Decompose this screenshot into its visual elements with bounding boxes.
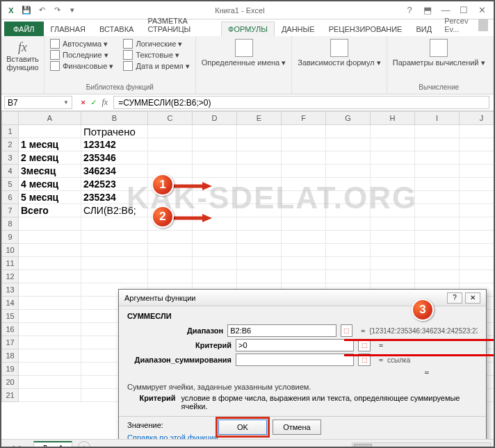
insert-function-button[interactable]: fx Вставить функцию	[1, 36, 44, 94]
cell-A19[interactable]	[19, 363, 81, 376]
cell-J1[interactable]	[460, 125, 494, 138]
cell-A1[interactable]	[19, 125, 81, 138]
cell-J10[interactable]	[460, 244, 494, 257]
qat-more-icon[interactable]: ▾	[67, 5, 78, 16]
row-header[interactable]: 12	[2, 270, 19, 283]
row-header[interactable]: 18	[2, 349, 19, 363]
row-header[interactable]: 6	[2, 191, 19, 204]
cell-E10[interactable]	[237, 244, 282, 257]
col-header[interactable]: C	[148, 112, 193, 125]
cell-F2[interactable]	[282, 138, 326, 151]
tab-insert[interactable]: ВСТАВКА	[92, 22, 140, 36]
tab-formulas[interactable]: ФОРМУЛЫ	[221, 22, 275, 36]
spreadsheet-grid[interactable]: A B C D E F G H I J 1Потрачено21 месяц12…	[1, 111, 494, 448]
cell-B9[interactable]	[81, 231, 148, 244]
cell-I9[interactable]	[415, 231, 460, 244]
cell-I5[interactable]	[415, 178, 460, 191]
row-header[interactable]: 21	[2, 389, 19, 402]
cell-C1[interactable]	[148, 125, 193, 138]
cell-H8[interactable]	[371, 217, 415, 231]
tab-nav-prev-icon[interactable]: ◄	[8, 443, 16, 449]
cell-G9[interactable]	[326, 231, 371, 244]
cell-E6[interactable]	[237, 191, 282, 204]
row-header[interactable]: 14	[2, 297, 19, 310]
cell-H7[interactable]	[371, 204, 415, 217]
cell-I4[interactable]	[415, 165, 460, 178]
col-header[interactable]: B	[81, 112, 148, 125]
cell-E2[interactable]	[237, 138, 282, 151]
cell-J3[interactable]	[460, 151, 494, 165]
col-header[interactable]: H	[371, 112, 415, 125]
cell-E7[interactable]	[237, 204, 282, 217]
autosum-button[interactable]: Автосумма ▾	[50, 39, 113, 49]
cell-D3[interactable]	[193, 151, 237, 165]
row-header[interactable]: 15	[2, 310, 19, 323]
name-box[interactable]: B7▼	[4, 96, 72, 109]
tab-file[interactable]: ФАЙЛ	[4, 22, 44, 36]
cell-A4[interactable]: 3месяц	[19, 165, 81, 178]
cell-E9[interactable]	[237, 231, 282, 244]
user-account[interactable]: Percev Ev...	[439, 14, 494, 36]
cell-A7[interactable]: Всего	[19, 204, 81, 217]
help-icon[interactable]: ?	[402, 4, 417, 17]
row-header[interactable]: 16	[2, 323, 19, 336]
redo-icon[interactable]: ↷	[51, 5, 63, 16]
cell-F8[interactable]	[282, 217, 326, 231]
cell-F6[interactable]	[282, 191, 326, 204]
tab-view[interactable]: ВИД	[409, 22, 439, 36]
cell-B12[interactable]	[81, 270, 148, 283]
cell-E3[interactable]	[237, 151, 282, 165]
cell-A17[interactable]	[19, 336, 81, 349]
formula-input[interactable]: =СУММЕСЛИ(B2:B6;>0)	[113, 96, 489, 109]
cell-F12[interactable]	[282, 270, 326, 283]
cell-A11[interactable]	[19, 257, 81, 270]
cell-J12[interactable]	[460, 270, 494, 283]
cell-A6[interactable]: 5 месяц	[19, 191, 81, 204]
row-header[interactable]: 11	[2, 257, 19, 270]
cell-G7[interactable]	[326, 204, 371, 217]
cell-E11[interactable]	[237, 257, 282, 270]
select-all-corner[interactable]	[2, 112, 19, 125]
cell-D2[interactable]	[193, 138, 237, 151]
enter-formula-icon[interactable]: ✓	[91, 97, 96, 108]
cell-B11[interactable]	[81, 257, 148, 270]
row-header[interactable]: 1	[2, 125, 19, 138]
formula-auditing-button[interactable]: Зависимости формул ▾	[292, 36, 387, 94]
criteria-input[interactable]	[236, 339, 354, 351]
cell-B7[interactable]: СЛИ(B2:B6;	[81, 204, 148, 217]
cell-G4[interactable]	[326, 165, 371, 178]
cell-F4[interactable]	[282, 165, 326, 178]
cell-D9[interactable]	[193, 231, 237, 244]
cell-G2[interactable]	[326, 138, 371, 151]
cell-H6[interactable]	[371, 191, 415, 204]
save-icon[interactable]: 💾	[21, 5, 32, 16]
cell-C11[interactable]	[148, 257, 193, 270]
cell-C2[interactable]	[148, 138, 193, 151]
cell-F3[interactable]	[282, 151, 326, 165]
cell-F11[interactable]	[282, 257, 326, 270]
cell-E4[interactable]	[237, 165, 282, 178]
cell-J5[interactable]	[460, 178, 494, 191]
cell-H1[interactable]	[371, 125, 415, 138]
cell-J2[interactable]	[460, 138, 494, 151]
cell-G3[interactable]	[326, 151, 371, 165]
cell-B10[interactable]	[81, 244, 148, 257]
col-header[interactable]: G	[326, 112, 371, 125]
cell-J4[interactable]	[460, 165, 494, 178]
calculation-group[interactable]: Параметры вычислений ▾ Вычисление	[387, 36, 491, 94]
cell-H12[interactable]	[371, 270, 415, 283]
cell-E12[interactable]	[237, 270, 282, 283]
cell-A9[interactable]	[19, 231, 81, 244]
cell-F7[interactable]	[282, 204, 326, 217]
cell-H10[interactable]	[371, 244, 415, 257]
row-header[interactable]: 7	[2, 204, 19, 217]
cell-E8[interactable]	[237, 217, 282, 231]
cell-A13[interactable]	[19, 283, 81, 297]
cell-C3[interactable]	[148, 151, 193, 165]
cell-C10[interactable]	[148, 244, 193, 257]
cell-F1[interactable]	[282, 125, 326, 138]
cell-H5[interactable]	[371, 178, 415, 191]
range-selector-icon[interactable]: ⬚	[341, 324, 352, 337]
row-header[interactable]: 13	[2, 283, 19, 297]
cell-A18[interactable]	[19, 349, 81, 363]
